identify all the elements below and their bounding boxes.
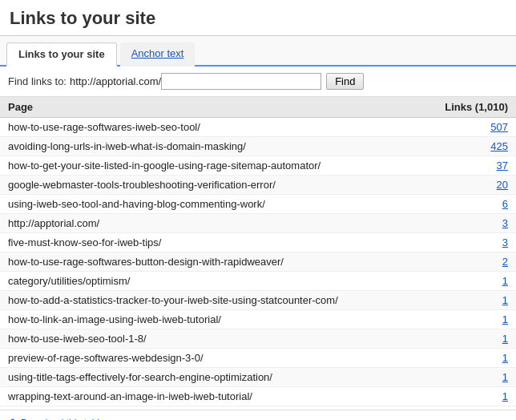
footer-bar: ⬇ Download this table ⬇ Download all ext… xyxy=(0,410,516,420)
table-cell-page: wrapping-text-around-an-image-in-iweb-iw… xyxy=(0,387,420,406)
search-label: Find links to: xyxy=(8,75,67,87)
table-row: preview-of-rage-softwares-webdesign-3-0/… xyxy=(0,349,516,368)
tabs-bar: Links to your site Anchor text xyxy=(0,36,516,67)
table-row: category/utilities/optimism/1 xyxy=(0,272,516,291)
table-cell-links[interactable]: 1 xyxy=(420,387,516,406)
table-cell-links[interactable]: 37 xyxy=(420,156,516,176)
table-cell-page: how-to-use-iweb-seo-tool-1-8/ xyxy=(0,329,420,349)
table-cell-links[interactable]: 1 xyxy=(420,310,516,329)
table-row: how-to-use-rage-softwares-iweb-seo-tool/… xyxy=(0,118,516,137)
table-row: google-webmaster-tools-troubleshooting-v… xyxy=(0,176,516,195)
table-row: how-to-link-an-image-using-iweb-iweb-tut… xyxy=(0,310,516,329)
find-button[interactable]: Find xyxy=(326,73,364,90)
table-cell-page: http://apptorial.com/ xyxy=(0,214,420,233)
tab-anchor-text[interactable]: Anchor text xyxy=(120,42,196,67)
col-links: Links (1,010) xyxy=(420,97,516,118)
tab-links-to-site[interactable]: Links to your site xyxy=(6,42,117,67)
table-row: avoiding-long-urls-in-iweb-what-is-domai… xyxy=(0,137,516,156)
download-table-link[interactable]: ⬇ Download this table xyxy=(8,417,135,420)
table-row: how-to-add-a-statistics-tracker-to-your-… xyxy=(0,291,516,310)
table-cell-page: how-to-use-rage-softwares-button-design-… xyxy=(0,252,420,272)
table-cell-links[interactable]: 1 xyxy=(420,272,516,291)
search-input[interactable] xyxy=(161,73,321,90)
table-row: using-iweb-seo-tool-and-having-blog-comm… xyxy=(0,195,516,214)
table-cell-links[interactable]: 1 xyxy=(420,368,516,387)
table-cell-page: avoiding-long-urls-in-iweb-what-is-domai… xyxy=(0,137,420,156)
search-prefix: http://apptorial.com/ xyxy=(70,75,161,87)
table-cell-links[interactable]: 1 xyxy=(420,349,516,368)
page-title: Links to your site xyxy=(0,0,516,36)
table-cell-links[interactable]: 3 xyxy=(420,233,516,252)
table-cell-links[interactable]: 20 xyxy=(420,176,516,195)
table-cell-page: using-title-tags-effectively-for-search-… xyxy=(0,368,420,387)
table-cell-page: google-webmaster-tools-troubleshooting-v… xyxy=(0,176,420,195)
table-cell-page: category/utilities/optimism/ xyxy=(0,272,420,291)
table-cell-links[interactable]: 1 xyxy=(420,329,516,349)
table-cell-page: preview-of-rage-softwares-webdesign-3-0/ xyxy=(0,349,420,368)
table-cell-page: how-to-get-your-site-listed-in-google-us… xyxy=(0,156,420,176)
table-cell-links[interactable]: 507 xyxy=(420,118,516,137)
table-row: how-to-use-iweb-seo-tool-1-8/1 xyxy=(0,329,516,349)
table-row: wrapping-text-around-an-image-in-iweb-iw… xyxy=(0,387,516,406)
download-table-icon: ⬇ xyxy=(8,417,18,420)
table-row: five-must-know-seo-for-iweb-tips/3 xyxy=(0,233,516,252)
footer-links: ⬇ Download this table ⬇ Download all ext… xyxy=(8,417,135,420)
table-cell-links[interactable]: 1 xyxy=(420,291,516,310)
table-cell-page: how-to-use-rage-softwares-iweb-seo-tool/ xyxy=(0,118,420,137)
links-table: Page Links (1,010) how-to-use-rage-softw… xyxy=(0,97,516,406)
table-cell-links[interactable]: 3 xyxy=(420,214,516,233)
table-row: how-to-use-rage-softwares-button-design-… xyxy=(0,252,516,272)
table-cell-links[interactable]: 425 xyxy=(420,137,516,156)
table-cell-page: using-iweb-seo-tool-and-having-blog-comm… xyxy=(0,195,420,214)
table-cell-links[interactable]: 6 xyxy=(420,195,516,214)
table-row: how-to-get-your-site-listed-in-google-us… xyxy=(0,156,516,176)
search-bar: Find links to: http://apptorial.com/ Fin… xyxy=(0,67,516,97)
table-cell-links[interactable]: 2 xyxy=(420,252,516,272)
col-page: Page xyxy=(0,97,420,118)
table-row: using-title-tags-effectively-for-search-… xyxy=(0,368,516,387)
table-cell-page: how-to-add-a-statistics-tracker-to-your-… xyxy=(0,291,420,310)
table-cell-page: five-must-know-seo-for-iweb-tips/ xyxy=(0,233,420,252)
table-header-row: Page Links (1,010) xyxy=(0,97,516,118)
table-cell-page: how-to-link-an-image-using-iweb-iweb-tut… xyxy=(0,310,420,329)
table-row: http://apptorial.com/3 xyxy=(0,214,516,233)
